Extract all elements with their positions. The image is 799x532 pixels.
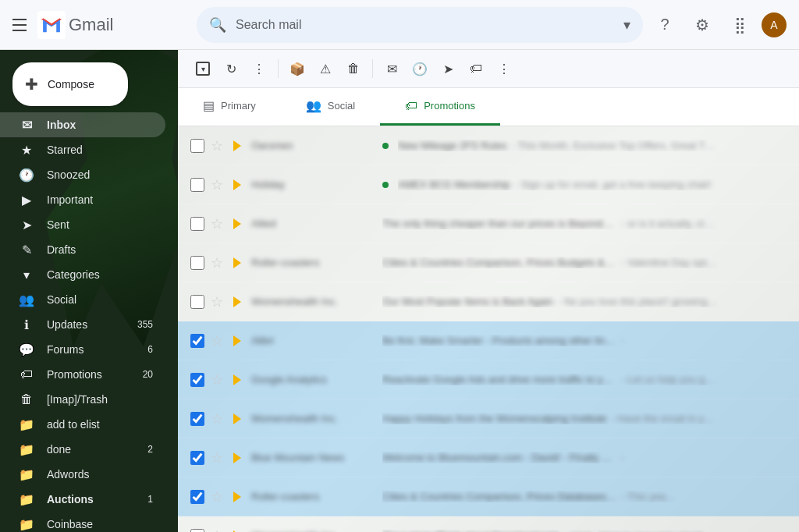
label-button[interactable]: 🏷 [463, 56, 488, 81]
archive-button[interactable]: 📦 [285, 56, 310, 81]
sidebar-social-label: Social [47, 293, 153, 306]
row-tag [229, 138, 245, 154]
move-to-button[interactable]: ➤ [435, 56, 460, 81]
sidebar-item-sent[interactable]: ➤ Sent [0, 212, 165, 237]
row-checkbox[interactable] [190, 373, 204, 387]
table-row[interactable]: ☆ Allied The only thing cheaper than our… [178, 204, 799, 243]
star-icon[interactable]: ☆ [211, 371, 223, 388]
sidebar-item-starred[interactable]: ★ Starred [0, 137, 165, 162]
star-icon[interactable]: ☆ [211, 137, 223, 154]
row-tag [229, 411, 245, 427]
star-icon[interactable]: ☆ [211, 215, 223, 232]
table-row[interactable]: ☆ Womenshealth Inc. Happy Holidays from … [178, 399, 799, 438]
email-subject: Reactivate Google Ads and drive more tra… [382, 374, 616, 385]
row-checkbox[interactable] [190, 529, 204, 533]
tab-social[interactable]: 👥 Social [281, 88, 380, 126]
delete-button[interactable]: 🗑 [341, 56, 366, 81]
avatar[interactable]: A [762, 12, 787, 37]
sidebar-done-label: done [47, 443, 135, 456]
table-row[interactable]: ☆ Holiday AMEX BCG Membership - Sign up … [178, 165, 799, 204]
sidebar-item-snoozed[interactable]: 🕐 Snoozed [0, 162, 165, 187]
sidebar-done-count: 2 [147, 444, 153, 455]
report-spam-button[interactable]: ⚠ [313, 56, 338, 81]
more-toolbar-button[interactable]: ⋮ [492, 56, 517, 81]
table-row[interactable]: ☆ Womenshealth Inc. The Latest dBrisk ab… [178, 516, 799, 532]
search-input[interactable] [236, 18, 614, 32]
sidebar-add-to-elist-icon: 📁 [19, 417, 34, 432]
tab-promotions[interactable]: 🏷 Promotions [380, 88, 500, 126]
row-checkbox[interactable] [190, 178, 204, 192]
star-icon[interactable]: ☆ [211, 527, 223, 533]
content-area: ▾ ↻ ⋮ 📦 ⚠ 🗑 ✉ 🕐 ➤ 🏷 ⋮ ▤ Primary [178, 50, 799, 532]
star-icon[interactable]: ☆ [211, 332, 223, 349]
star-icon[interactable]: ☆ [211, 410, 223, 427]
snooze-button[interactable]: 🕐 [407, 56, 432, 81]
table-row[interactable]: ☆ Oarsmen New Mileage 2FS Rules - This M… [178, 126, 799, 165]
tag-arrow-icon [233, 218, 241, 229]
sidebar-item-auctions[interactable]: 📁 Auctions 1 [0, 487, 165, 512]
search-bar[interactable]: 🔍 ▾ [197, 7, 643, 43]
tag-arrow-icon [233, 140, 241, 151]
sidebar-item-add-to-elist[interactable]: 📁 add to elist [0, 412, 165, 437]
sidebar-item-coinbase[interactable]: 📁 Coinbase [0, 512, 165, 532]
email-subject: New Mileage 2FS Rules [398, 140, 506, 151]
apps-icon[interactable]: ⣿ [724, 9, 755, 41]
sidebar-item-categories[interactable]: ▾ Categories [0, 262, 165, 287]
email-snippet: - No you love this place!! growing the t… [558, 296, 718, 307]
star-icon[interactable]: ☆ [211, 488, 223, 505]
sidebar-item-promotions[interactable]: 🏷 Promotions 20 [0, 362, 165, 387]
sidebar-item-imap-trash[interactable]: 🗑 [Imap]/Trash [0, 387, 165, 412]
help-icon[interactable]: ? [649, 9, 680, 41]
row-checkbox[interactable] [190, 334, 204, 348]
table-row[interactable]: ☆ Womenshealth Inc. Our Most Popular Ite… [178, 282, 799, 321]
select-all-button[interactable]: ▾ [190, 56, 215, 81]
email-content: Happy Holidays from the Womenscalping In… [382, 413, 718, 424]
social-tab-label: Social [328, 100, 355, 112]
sidebar-item-social[interactable]: 👥 Social [0, 287, 165, 312]
sidebar-item-inbox[interactable]: ✉ Inbox [0, 112, 165, 137]
row-checkbox[interactable] [190, 139, 204, 153]
row-checkbox[interactable] [190, 295, 204, 309]
compose-button[interactable]: ✚ Compose [12, 62, 128, 106]
more-options-button[interactable]: ⋮ [247, 56, 272, 81]
topbar-left: Gmail [12, 11, 190, 39]
tab-primary[interactable]: ▤ Primary [178, 88, 281, 126]
email-content: The only thing cheaper than our prices i… [382, 218, 718, 229]
menu-icon[interactable] [12, 16, 31, 34]
email-sender: Google Analytics [251, 374, 376, 385]
table-row[interactable]: ☆ Roller-coasters Cities & Countries Com… [178, 243, 799, 282]
star-icon[interactable]: ☆ [211, 449, 223, 466]
row-tag [229, 528, 245, 533]
row-checkbox[interactable] [190, 256, 204, 270]
row-checkbox[interactable] [190, 451, 204, 465]
sidebar-item-drafts[interactable]: ✎ Drafts [0, 237, 165, 262]
sidebar-item-important[interactable]: ▶ Important [0, 187, 165, 212]
gmail-logo[interactable]: Gmail [37, 11, 113, 39]
sidebar-item-adwords[interactable]: 📁 Adwords [0, 462, 165, 487]
sidebar-adwords-icon: 📁 [19, 467, 34, 482]
email-snippet: - Valentine Day options... This yea... [621, 257, 718, 268]
row-checkbox[interactable] [190, 490, 204, 504]
table-row[interactable]: ☆ Google Analytics Reactivate Google Ads… [178, 360, 799, 399]
star-icon[interactable]: ☆ [211, 293, 223, 310]
mark-as-read-button[interactable]: ✉ [379, 56, 404, 81]
star-icon[interactable]: ☆ [211, 254, 223, 271]
refresh-button[interactable]: ↻ [218, 56, 243, 81]
sidebar-forums-count: 6 [147, 344, 153, 355]
row-checkbox[interactable] [190, 412, 204, 426]
table-row[interactable]: ☆ Blue Mountain News Welcome to Bluemoun… [178, 438, 799, 477]
row-tag [229, 255, 245, 271]
star-icon[interactable]: ☆ [211, 176, 223, 193]
sidebar-item-updates[interactable]: ℹ Updates 355 [0, 312, 165, 337]
select-checkbox-icon: ▾ [196, 62, 210, 76]
table-row[interactable]: ☆ Alibri Be first. Make Smarter - Produc… [178, 321, 799, 360]
sidebar-item-done[interactable]: 📁 done 2 [0, 437, 165, 462]
row-tag [229, 333, 245, 349]
email-snippet: - This yea... [621, 491, 718, 502]
sidebar-item-forums[interactable]: 💬 Forums 6 [0, 337, 165, 362]
search-arrow-icon[interactable]: ▾ [623, 16, 630, 34]
row-checkbox[interactable] [190, 217, 204, 231]
table-row[interactable]: ☆ Roller-coasters Cities & Countries Com… [178, 477, 799, 516]
settings-icon[interactable]: ⚙ [687, 9, 718, 41]
email-sender: Oarsmen [251, 140, 376, 151]
